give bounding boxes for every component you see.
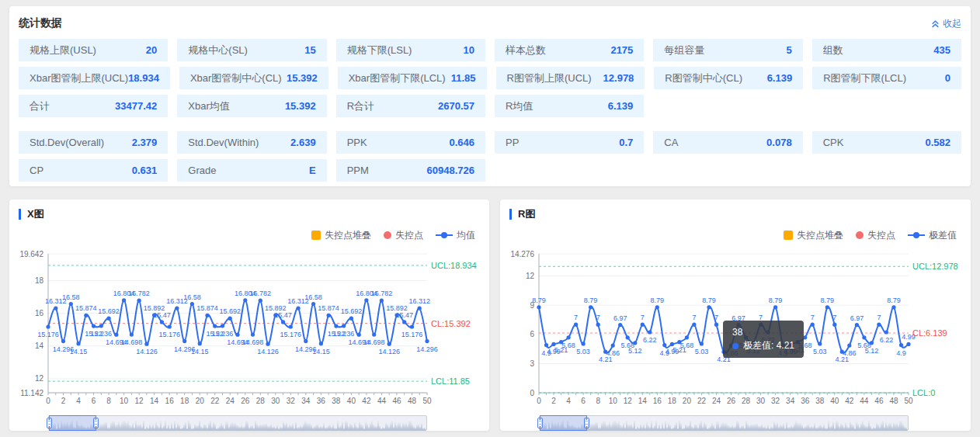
stat-card-label: Xbar图管制下限(LCL) bbox=[349, 71, 446, 85]
svg-text:15.236: 15.236 bbox=[212, 330, 234, 338]
stat-card-value: E bbox=[309, 165, 316, 176]
svg-text:8.79: 8.79 bbox=[887, 297, 901, 304]
stat-card-label: Std.Dev(Overall) bbox=[30, 137, 104, 148]
svg-text:15.47: 15.47 bbox=[153, 311, 171, 319]
svg-text:14.15: 14.15 bbox=[312, 348, 330, 355]
svg-text:CL:15.392: CL:15.392 bbox=[431, 319, 471, 328]
stat-card-value: 435 bbox=[933, 44, 950, 56]
svg-text:2: 2 bbox=[61, 397, 66, 405]
svg-text:15.874: 15.874 bbox=[75, 304, 97, 312]
stat-card: Std.Dev(Overall)2.379 bbox=[19, 131, 168, 154]
stat-card: 样本总数2175 bbox=[495, 39, 644, 61]
svg-text:8.79: 8.79 bbox=[584, 297, 598, 304]
svg-text:5.12: 5.12 bbox=[746, 347, 760, 355]
svg-text:32: 32 bbox=[287, 397, 296, 405]
svg-text:15.47: 15.47 bbox=[395, 311, 413, 319]
svg-text:38: 38 bbox=[332, 397, 341, 405]
svg-text:28: 28 bbox=[256, 397, 266, 405]
svg-text:34: 34 bbox=[786, 397, 795, 405]
svg-text:10: 10 bbox=[120, 397, 129, 405]
svg-text:14: 14 bbox=[35, 342, 44, 350]
legend-item[interactable]: 失控点堆叠 bbox=[311, 229, 371, 242]
stat-card-label: R合计 bbox=[347, 99, 374, 113]
stat-card-value: 15.392 bbox=[287, 72, 318, 84]
legend-square-icon bbox=[311, 231, 321, 240]
svg-text:34: 34 bbox=[301, 397, 311, 405]
stat-card-label: R均值 bbox=[506, 99, 533, 113]
legend-item[interactable]: 失控点 bbox=[856, 229, 895, 242]
xbar-datazoom-slider[interactable] bbox=[48, 415, 427, 431]
datazoom-handle-right[interactable] bbox=[93, 418, 99, 428]
svg-text:26: 26 bbox=[241, 397, 250, 405]
svg-text:26: 26 bbox=[727, 397, 736, 405]
svg-text:6.97: 6.97 bbox=[613, 314, 627, 322]
stat-card-row: Std.Dev(Overall)2.379Std.Dev(Within)2.63… bbox=[19, 131, 961, 154]
legend-label: 失控点 bbox=[867, 229, 895, 242]
legend-item[interactable]: 失控点 bbox=[384, 229, 423, 242]
stat-card-value: 11.85 bbox=[451, 72, 476, 84]
stat-card: Std.Dev(Within)2.639 bbox=[177, 131, 326, 154]
svg-text:14.126: 14.126 bbox=[378, 348, 400, 355]
svg-text:12: 12 bbox=[35, 374, 44, 383]
svg-text:15.176: 15.176 bbox=[401, 331, 423, 338]
svg-text:50: 50 bbox=[422, 397, 432, 405]
collapse-button[interactable]: 收起 bbox=[930, 17, 961, 30]
stat-card-value: 0 bbox=[945, 72, 950, 84]
datazoom-selected-window[interactable] bbox=[49, 415, 96, 431]
svg-text:48: 48 bbox=[408, 397, 417, 405]
xbar-chart[interactable]: 11.1421214161819.64202468101214161820222… bbox=[19, 246, 480, 412]
datazoom-selected-window[interactable] bbox=[540, 415, 587, 431]
svg-text:14.126: 14.126 bbox=[136, 348, 158, 355]
stat-card-label: 规格上限(USL) bbox=[30, 43, 96, 57]
svg-text:4.9: 4.9 bbox=[896, 349, 906, 357]
datazoom-handle-right[interactable] bbox=[584, 418, 589, 428]
svg-text:2: 2 bbox=[551, 397, 556, 405]
stat-card-label: Xbar均值 bbox=[188, 99, 229, 113]
stat-card-label: R图管制中心(CL) bbox=[665, 71, 742, 85]
r-chart[interactable]: 03691214.2760246810121416182022242628303… bbox=[509, 246, 961, 412]
stat-card: Xbar图管制上限(UCL)18.934 bbox=[19, 67, 170, 89]
svg-text:42: 42 bbox=[845, 397, 854, 405]
stat-card: 规格上限(USL)20 bbox=[19, 39, 168, 61]
stat-card-value: 6.139 bbox=[608, 100, 634, 112]
datazoom-handle-left[interactable] bbox=[537, 418, 543, 428]
svg-text:4.86: 4.86 bbox=[843, 349, 857, 357]
stat-card: Xbar图管制中心(CL)15.392 bbox=[179, 67, 328, 89]
svg-text:15.874: 15.874 bbox=[196, 304, 218, 312]
stat-card: R图管制下限(LCL)0 bbox=[812, 67, 961, 89]
stat-card: CPK0.582 bbox=[812, 131, 961, 154]
legend-item[interactable]: 极差值 bbox=[908, 229, 957, 242]
svg-text:16.58: 16.58 bbox=[304, 293, 322, 301]
svg-text:12: 12 bbox=[624, 397, 633, 405]
svg-text:7: 7 bbox=[641, 314, 645, 321]
svg-text:10: 10 bbox=[609, 397, 618, 405]
datazoom-wave bbox=[540, 417, 908, 431]
svg-text:4: 4 bbox=[76, 397, 81, 405]
svg-text:7: 7 bbox=[692, 314, 696, 321]
svg-text:15.692: 15.692 bbox=[98, 307, 120, 315]
stat-card-value: 18.934 bbox=[128, 72, 159, 84]
stat-card-label: 样本总数 bbox=[506, 43, 546, 57]
svg-text:4: 4 bbox=[566, 397, 571, 405]
xbar-chart-panel: X图 失控点堆叠失控点均值 11.1421214161819.642024681… bbox=[9, 199, 489, 431]
svg-text:18: 18 bbox=[35, 276, 44, 285]
svg-text:16: 16 bbox=[653, 397, 662, 405]
legend-item[interactable]: 均值 bbox=[436, 229, 475, 242]
svg-text:6.22: 6.22 bbox=[643, 336, 657, 344]
svg-text:UCL:18.934: UCL:18.934 bbox=[431, 261, 477, 270]
stat-card-label: R图管制上限(UCL) bbox=[507, 71, 592, 85]
r-datazoom-slider[interactable] bbox=[539, 415, 909, 431]
svg-text:11.142: 11.142 bbox=[20, 389, 43, 397]
stat-card: PP0.7 bbox=[495, 131, 644, 154]
svg-text:LCL:11.85: LCL:11.85 bbox=[431, 376, 470, 386]
svg-text:8: 8 bbox=[596, 397, 600, 405]
svg-text:6.22: 6.22 bbox=[761, 336, 775, 344]
stat-card-label: 每组容量 bbox=[664, 43, 704, 57]
svg-text:32: 32 bbox=[771, 397, 780, 405]
stat-card-value: 2.639 bbox=[290, 137, 316, 148]
legend-item[interactable]: 失控点堆叠 bbox=[784, 229, 843, 242]
datazoom-handle-left[interactable] bbox=[47, 418, 52, 428]
svg-text:14.276: 14.276 bbox=[510, 250, 534, 258]
svg-text:20: 20 bbox=[683, 397, 692, 405]
stat-card-value: 0.078 bbox=[766, 137, 792, 148]
